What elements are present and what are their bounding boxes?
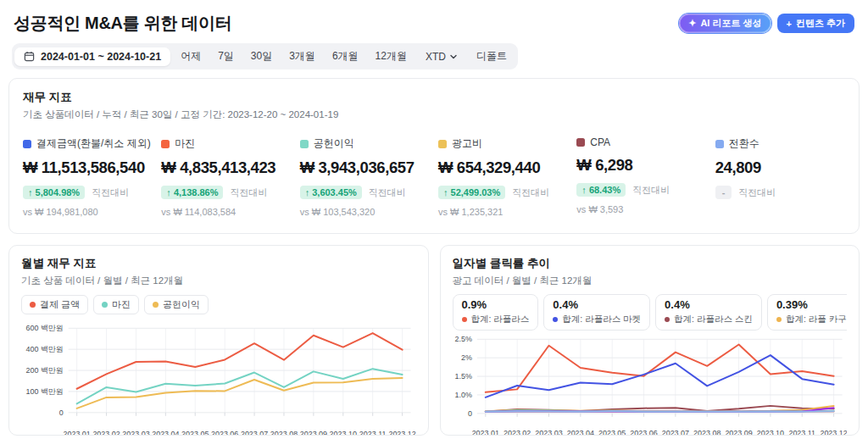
ai-report-button[interactable]: ✦ AI 리포트 생성 (679, 14, 771, 33)
add-content-button[interactable]: + 컨텐츠 추가 (777, 14, 855, 33)
kpi-item-5: CPA₩ 6,298↑ 68.43%직전대비vs ₩ 3,593 (576, 136, 706, 217)
monthly-finance-line-chart[interactable]: 0100 백만원200 백만원400 백만원600 백만원2023.012023… (21, 318, 416, 436)
dashboard-page: 성공적인 M&A를 위한 데이터 ✦ AI 리포트 생성 + 컨텐츠 추가 20… (0, 0, 868, 439)
svg-text:2023.11: 2023.11 (788, 429, 815, 436)
legend-chip-2[interactable]: 마진 (93, 295, 139, 314)
date-range-picker[interactable]: 2024-01-01 ~ 2024-10-21 (14, 47, 170, 66)
daily-ctr-line-chart[interactable]: 01.0%1.5%2%2.5%2023.012023.022023.032023… (453, 332, 848, 436)
series-color-swatch (715, 140, 724, 148)
kpi-delta-row: ↑ 52,499.03%직전대비 (438, 186, 568, 199)
kpi-label: 광고비 (452, 136, 482, 151)
svg-text:2023.07: 2023.07 (661, 429, 688, 436)
svg-text:2023.06: 2023.06 (630, 429, 657, 436)
kpi-card-subtitle: 기초 상품데이터 / 누적 / 최근 30일 / 고정 기간: 2023-12-… (23, 108, 845, 121)
svg-text:2023.02: 2023.02 (503, 429, 530, 436)
preset-button-2[interactable]: 7일 (209, 46, 242, 67)
compare-label: 직전대비 (92, 186, 129, 199)
compare-label: 직전대비 (512, 186, 549, 199)
horizontal-gridlines (476, 339, 842, 414)
chevron-down-icon (449, 53, 458, 61)
svg-text:1.0%: 1.0% (454, 391, 471, 399)
stat-chip-label-row: 합계: 라플 카구 (776, 314, 847, 325)
series-dot (462, 317, 467, 322)
svg-text:2023.03: 2023.03 (122, 430, 149, 436)
kpi-vs-value: vs ₩ 103,543,320 (300, 207, 430, 217)
delta-badge: ↑ 52,499.03% (438, 186, 505, 199)
stat-chip-3[interactable]: 0.4%합계: 라플라스 스킨 (655, 294, 762, 331)
series-color-swatch (576, 138, 585, 147)
kpi-vs-value: vs ₩ 3,593 (576, 204, 706, 214)
svg-text:2023.07: 2023.07 (241, 430, 268, 436)
kpi-value: ₩ 3,943,036,657 (300, 158, 430, 177)
chart-subtitle: 기초 상품 데이터 / 월별 / 최근 12개월 (21, 275, 416, 287)
svg-text:2%: 2% (460, 353, 471, 362)
svg-text:400 백만원: 400 백만원 (26, 345, 64, 353)
kpi-value: ₩ 6,298 (576, 156, 706, 175)
svg-text:2023.05: 2023.05 (181, 430, 209, 436)
stat-chip-label-row: 합계: 라플라스 스킨 (665, 314, 753, 325)
kpi-value: ₩ 4,835,413,423 (161, 158, 291, 177)
stat-chip-2[interactable]: 0.4%합계: 라플라스 마켓 (543, 294, 650, 331)
kpi-label: 전환수 (729, 136, 760, 151)
svg-text:0: 0 (59, 408, 64, 417)
stat-chip-label-row: 합계: 라플라스 마켓 (553, 314, 641, 325)
horizontal-gridlines (69, 328, 411, 412)
kpi-label: 공헌이익 (314, 136, 354, 151)
series-color-swatch (438, 140, 447, 148)
legend-chip-1[interactable]: 결제 금액 (21, 295, 88, 314)
svg-text:2023.12: 2023.12 (820, 429, 847, 436)
default-preset-button[interactable]: 디폴트 (468, 46, 515, 67)
preset-button-1[interactable]: 어제 (172, 46, 209, 67)
stat-chip-1[interactable]: 0.9%합계: 라플라스 (453, 294, 539, 331)
svg-text:2023.04: 2023.04 (152, 430, 179, 436)
kpi-grid: 결제금액(환불/취소 제외)₩ 11,513,586,540↑ 5,804.98… (23, 136, 845, 217)
finance-kpi-card: 재무 지표 기초 상품데이터 / 누적 / 최근 30일 / 고정 기간: 20… (8, 78, 860, 234)
series-stat-chips: 0.9%합계: 라플라스0.4%합계: 라플라스 마켓0.4%합계: 라플라스 … (453, 294, 848, 331)
kpi-vs-value: vs ₩ 194,981,080 (23, 207, 153, 217)
chart-title: 일자별 클릭률 추이 (453, 256, 848, 271)
legend-label: 마진 (112, 298, 131, 311)
legend-label: 결제 금액 (40, 298, 80, 311)
compare-label: 직전대비 (369, 186, 406, 199)
ai-report-label: AI 리포트 생성 (700, 17, 761, 30)
stat-chip-series-name: 합계: 라플라스 스킨 (674, 314, 753, 325)
svg-text:1.5%: 1.5% (454, 372, 471, 381)
monthly-finance-chart-card: 월별 재무 지표 기초 상품 데이터 / 월별 / 최근 12개월 결제 금액마… (8, 245, 429, 436)
kpi-label: 결제금액(환불/취소 제외) (36, 136, 151, 151)
kpi-item-3: 공헌이익₩ 3,943,036,657↑ 3,603.45%직전대비vs ₩ 1… (300, 136, 430, 217)
kpi-value: 24,809 (715, 158, 845, 177)
top-bar: 성공적인 M&A를 위한 데이터 ✦ AI 리포트 생성 + 컨텐츠 추가 (8, 10, 860, 35)
kpi-item-6: 전환수24,809-직전대비 (715, 136, 845, 217)
kpi-delta-row: ↑ 5,804.98%직전대비 (23, 186, 153, 199)
kpi-label-row: CPA (576, 136, 706, 148)
delta-badge: - (715, 186, 732, 199)
legend-dot (30, 302, 36, 308)
preset-button-3[interactable]: 30일 (242, 46, 281, 67)
compare-label: 직전대비 (632, 184, 670, 197)
kpi-label-row: 전환수 (715, 136, 845, 151)
svg-text:2023.09: 2023.09 (725, 429, 752, 436)
header-actions: ✦ AI 리포트 생성 + 컨텐츠 추가 (679, 14, 854, 33)
svg-text:100 백만원: 100 백만원 (26, 387, 64, 396)
svg-text:2023.10: 2023.10 (330, 430, 357, 436)
kpi-value: ₩ 11,513,586,540 (23, 158, 153, 177)
kpi-label: 마진 (175, 136, 195, 151)
compare-label: 직전대비 (230, 186, 267, 199)
preset-button-6[interactable]: 12개월 (367, 46, 415, 67)
daily-ctr-chart-card: 일자별 클릭률 추이 광고 데이터 / 월별 / 최근 12개월 0.9%합계:… (440, 245, 860, 436)
y-axis-labels: 01.0%1.5%2%2.5% (454, 335, 471, 418)
svg-text:2023.02: 2023.02 (92, 430, 120, 436)
kpi-vs-value: vs ₩ 1,235,321 (438, 207, 568, 217)
svg-text:2023.01: 2023.01 (63, 430, 90, 436)
legend-chip-3[interactable]: 공헌이익 (144, 295, 209, 314)
series-dot (665, 317, 670, 322)
xtd-dropdown[interactable]: XTD (417, 47, 466, 66)
preset-button-5[interactable]: 6개월 (324, 46, 367, 67)
stat-chip-4[interactable]: 0.39%합계: 라플 카구 (767, 294, 847, 331)
svg-text:2023.05: 2023.05 (598, 429, 626, 436)
svg-text:2023.01: 2023.01 (471, 429, 498, 436)
preset-button-4[interactable]: 3개월 (281, 46, 324, 67)
stat-chip-label-row: 합계: 라플라스 (462, 314, 530, 325)
kpi-label-row: 공헌이익 (300, 136, 430, 151)
svg-text:2.5%: 2.5% (454, 335, 471, 343)
